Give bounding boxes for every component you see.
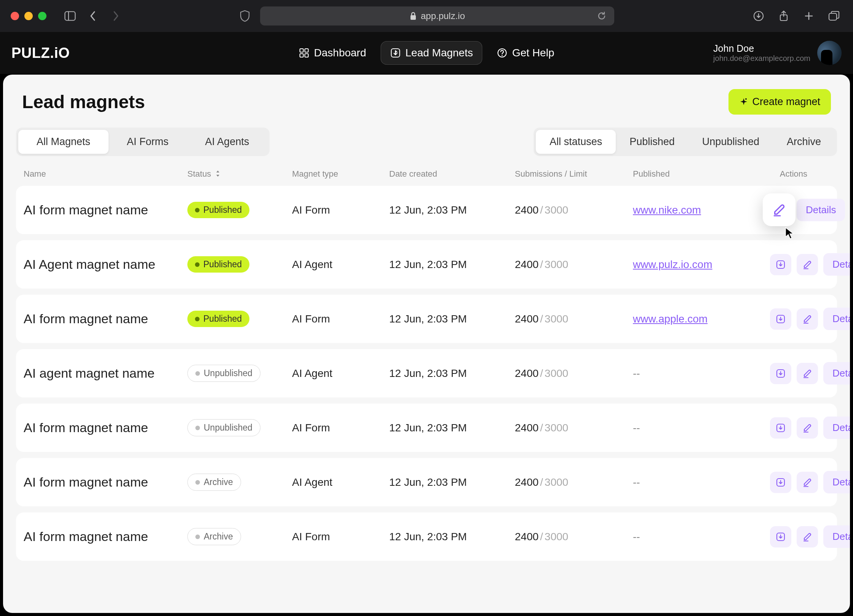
published-link[interactable]: www.apple.com bbox=[633, 313, 708, 325]
status-label: Archive bbox=[204, 531, 233, 542]
download-button[interactable] bbox=[770, 472, 791, 493]
maximize-window-button[interactable] bbox=[38, 12, 46, 20]
type-filter-all-magnets[interactable]: All Magnets bbox=[18, 130, 109, 154]
type-filter-group: All MagnetsAI FormsAI Agents bbox=[16, 128, 270, 156]
svg-rect-9 bbox=[305, 54, 308, 57]
th-name[interactable]: Name bbox=[24, 169, 187, 179]
published-cell: www.apple.com bbox=[633, 313, 770, 325]
status-filter-unpublished[interactable]: Unpublished bbox=[688, 130, 773, 154]
download-button[interactable] bbox=[770, 254, 791, 275]
details-button[interactable]: Details bbox=[797, 199, 845, 221]
magnet-name[interactable]: AI form magnet name bbox=[24, 311, 187, 326]
sidebar-toggle-icon[interactable] bbox=[62, 8, 78, 24]
address-bar[interactable]: app.pulz.io bbox=[260, 6, 614, 26]
magnet-type: AI Agent bbox=[292, 259, 389, 271]
edit-button[interactable] bbox=[797, 472, 818, 493]
status-dot-icon bbox=[195, 208, 200, 212]
th-actions: Actions bbox=[770, 169, 829, 179]
status-filter-all-statuses[interactable]: All statuses bbox=[536, 130, 616, 154]
status-filter-published[interactable]: Published bbox=[616, 130, 688, 154]
published-cell: www.nike.com bbox=[633, 204, 770, 216]
details-button[interactable]: Details bbox=[823, 362, 850, 385]
edit-button[interactable] bbox=[797, 417, 818, 439]
table-row: AI form magnet nameArchiveAI Agent12 Jun… bbox=[16, 458, 837, 506]
forward-button[interactable] bbox=[107, 8, 124, 24]
cursor-icon bbox=[785, 227, 795, 240]
type-filter-ai-agents[interactable]: AI Agents bbox=[187, 130, 268, 154]
row-actions: Details bbox=[770, 362, 850, 385]
close-window-button[interactable] bbox=[11, 12, 19, 20]
nav-dashboard[interactable]: Dashboard bbox=[290, 41, 375, 65]
details-button[interactable]: Details bbox=[823, 525, 850, 548]
date-created: 12 Jun, 2:03 PM bbox=[389, 367, 515, 380]
th-subs[interactable]: Submissions / Limit bbox=[515, 169, 633, 179]
url-text: app.pulz.io bbox=[421, 11, 465, 21]
downloads-icon[interactable] bbox=[750, 8, 767, 24]
nav-lead-magnets[interactable]: Lead Magnets bbox=[381, 41, 482, 65]
type-filter-ai-forms[interactable]: AI Forms bbox=[109, 130, 187, 154]
table-header: Name Status Magnet type Date created Sub… bbox=[16, 165, 837, 186]
edit-button[interactable] bbox=[797, 526, 818, 547]
back-button[interactable] bbox=[85, 8, 101, 24]
published-link[interactable]: www.nike.com bbox=[633, 204, 701, 216]
submissions: 2400/3000 bbox=[515, 367, 633, 380]
table-row: AI agent magnet nameUnpublishedAI Agent1… bbox=[16, 349, 837, 397]
download-button[interactable] bbox=[770, 526, 791, 547]
minimize-window-button[interactable] bbox=[24, 12, 33, 20]
published-empty: -- bbox=[633, 422, 640, 434]
avatar[interactable] bbox=[817, 41, 842, 65]
nav-get-help[interactable]: Get Help bbox=[488, 41, 564, 65]
magnet-name[interactable]: AI form magnet name bbox=[24, 203, 187, 217]
magnet-name[interactable]: AI Agent magnet name bbox=[24, 257, 187, 272]
details-button[interactable]: Details bbox=[823, 417, 850, 439]
magnet-name[interactable]: AI form magnet name bbox=[24, 420, 187, 435]
edit-button[interactable] bbox=[797, 254, 818, 275]
new-tab-icon[interactable] bbox=[800, 8, 817, 24]
create-magnet-button[interactable]: Create magnet bbox=[728, 89, 831, 115]
table-row: AI form magnet nameArchiveAI Form12 Jun,… bbox=[16, 512, 837, 561]
share-icon[interactable] bbox=[775, 8, 792, 24]
details-button[interactable]: Details bbox=[823, 471, 850, 493]
edit-button[interactable] bbox=[797, 363, 818, 384]
th-status[interactable]: Status bbox=[187, 169, 292, 179]
reload-icon[interactable] bbox=[597, 11, 607, 21]
row-actions: Details bbox=[770, 525, 850, 548]
edit-button[interactable] bbox=[797, 308, 818, 330]
browser-chrome: app.pulz.io bbox=[0, 0, 853, 32]
table-row: AI form magnet namePublishedAI Form12 Ju… bbox=[16, 295, 837, 343]
svg-rect-7 bbox=[305, 49, 308, 52]
edit-button[interactable] bbox=[763, 193, 795, 226]
download-button[interactable] bbox=[770, 417, 791, 439]
download-button[interactable] bbox=[770, 363, 791, 384]
details-button[interactable]: Details bbox=[823, 308, 850, 330]
user-menu[interactable]: John Doe john.doe@examplecorp.com bbox=[713, 41, 842, 65]
brand-logo[interactable]: PULZ.iO bbox=[11, 45, 70, 61]
magnet-name[interactable]: AI form magnet name bbox=[24, 529, 187, 544]
tabs-overview-icon[interactable] bbox=[826, 8, 842, 24]
details-button[interactable]: Details bbox=[823, 253, 850, 276]
th-published[interactable]: Published bbox=[633, 169, 770, 179]
sort-icon bbox=[215, 171, 220, 177]
th-type[interactable]: Magnet type bbox=[292, 169, 389, 179]
status-badge: Archive bbox=[187, 528, 241, 545]
privacy-shield-icon[interactable] bbox=[240, 10, 250, 22]
published-empty: -- bbox=[633, 531, 640, 543]
download-button[interactable] bbox=[770, 308, 791, 330]
published-link[interactable]: www.pulz.io.com bbox=[633, 259, 712, 270]
published-cell: -- bbox=[633, 422, 770, 434]
published-cell: www.pulz.io.com bbox=[633, 259, 770, 271]
status-badge: Unpublished bbox=[187, 365, 260, 382]
status-label: Published bbox=[203, 259, 242, 270]
date-created: 12 Jun, 2:03 PM bbox=[389, 531, 515, 543]
magnet-name[interactable]: AI agent magnet name bbox=[24, 366, 187, 381]
status-filter-archive[interactable]: Archive bbox=[773, 130, 835, 154]
date-created: 12 Jun, 2:03 PM bbox=[389, 476, 515, 488]
nav-label: Lead Magnets bbox=[406, 47, 473, 59]
svg-rect-8 bbox=[300, 54, 304, 57]
published-cell: -- bbox=[633, 531, 770, 543]
magnet-name[interactable]: AI form magnet name bbox=[24, 475, 187, 490]
status-label: Unpublished bbox=[204, 368, 252, 378]
row-actions: Details bbox=[770, 471, 850, 493]
row-actions: Details bbox=[770, 199, 845, 221]
th-date[interactable]: Date created bbox=[389, 169, 515, 179]
